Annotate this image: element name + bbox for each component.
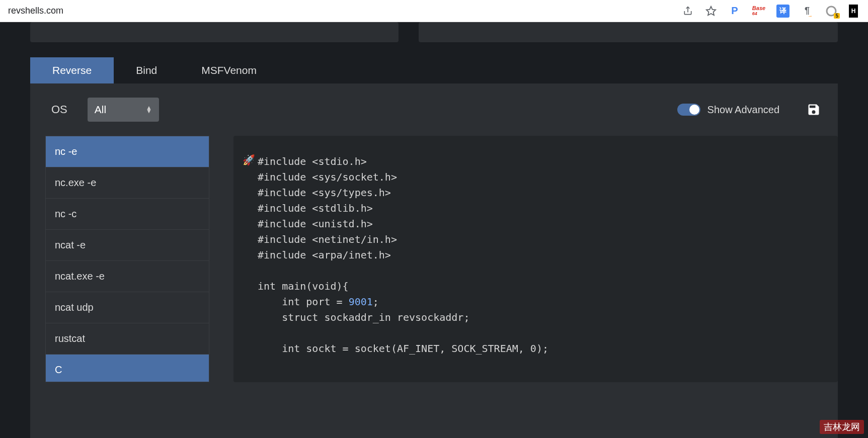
sidebar-item-rustcat[interactable]: rustcat xyxy=(46,323,209,355)
sidebar-item-nc-c[interactable]: nc -c xyxy=(46,199,209,230)
extension-pilcrow-icon[interactable]: ¶→ xyxy=(801,5,814,18)
extension-grammarly-icon[interactable]: 5 xyxy=(825,5,838,18)
os-select-value: All xyxy=(95,104,146,116)
config-panel-left xyxy=(30,22,399,42)
toggle-knob xyxy=(689,105,699,115)
browser-address-bar: revshells.com P Base64 译 ¶→ 5 H xyxy=(0,0,868,22)
sidebar-item-ncat-e[interactable]: ncat -e xyxy=(46,230,209,261)
extension-badge: 5 xyxy=(834,13,840,19)
sidebar-item-ncat-exe-e[interactable]: ncat.exe -e xyxy=(46,261,209,292)
show-advanced-label: Show Advanced xyxy=(707,104,779,116)
sidebar-item-ncat-udp[interactable]: ncat udp xyxy=(46,292,209,323)
sidebar-item-c[interactable]: C xyxy=(46,355,209,382)
payload-list[interactable]: nc -e nc.exe -e nc -c ncat -e ncat.exe -… xyxy=(45,136,209,382)
chevron-updown-icon: ▲▼ xyxy=(146,106,152,113)
os-select[interactable]: All ▲▼ xyxy=(88,98,159,122)
rocket-icon[interactable]: 🚀 xyxy=(243,154,255,166)
tab-bind[interactable]: Bind xyxy=(114,57,179,83)
tab-reverse[interactable]: Reverse xyxy=(30,57,114,83)
extension-p-icon[interactable]: P xyxy=(728,5,741,18)
config-panel-right xyxy=(419,22,838,42)
extension-unknown-icon[interactable]: H xyxy=(849,5,858,18)
show-advanced-toggle[interactable] xyxy=(677,104,700,116)
bookmark-star-icon[interactable] xyxy=(705,5,717,17)
sidebar-item-nc-exe-e[interactable]: nc.exe -e xyxy=(46,167,209,199)
code-output-panel[interactable]: 🚀 #include <stdio.h> #include <sys/socke… xyxy=(233,136,838,382)
code-block[interactable]: #include <stdio.h> #include <sys/socket.… xyxy=(258,154,814,357)
save-button[interactable] xyxy=(805,101,823,119)
os-label: OS xyxy=(51,103,67,116)
svg-marker-0 xyxy=(706,6,716,15)
tab-msfvenom[interactable]: MSFVenom xyxy=(179,57,279,83)
extension-translate-icon[interactable]: 译 xyxy=(776,5,790,18)
shell-type-tabs: Reverse Bind MSFVenom xyxy=(30,57,838,83)
extension-base-icon[interactable]: Base64 xyxy=(752,5,765,18)
share-icon[interactable] xyxy=(682,5,694,17)
watermark: 吉林龙网 xyxy=(820,420,864,434)
url-text[interactable]: revshells.com xyxy=(4,6,682,16)
sidebar-item-nc-e[interactable]: nc -e xyxy=(46,136,209,167)
